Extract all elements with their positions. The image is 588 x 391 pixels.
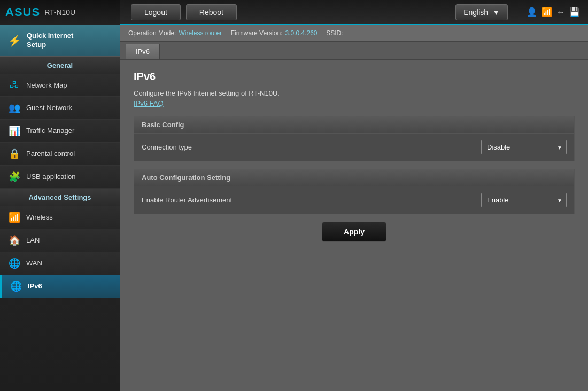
parental-control-icon: 🔒: [8, 148, 21, 160]
network-icon: ↔: [556, 7, 565, 17]
wifi-icon: 📶: [541, 7, 552, 17]
sidebar-label-parental-control: Parental control: [26, 150, 75, 158]
sidebar-label-guest-network: Guest Network: [26, 104, 72, 112]
connection-type-select-wrapper: Disable Auto Manual: [481, 140, 567, 154]
setup-icon: ⚡: [8, 34, 21, 47]
lan-icon: 🏠: [8, 234, 21, 246]
sidebar-item-wan[interactable]: 🌐 WAN: [0, 252, 120, 275]
sidebar-item-ipv6[interactable]: 🌐 IPv6: [0, 275, 120, 298]
logout-button[interactable]: Logout: [131, 4, 181, 20]
quick-internet-setup-item[interactable]: ⚡ Quick Internet Setup: [0, 25, 120, 57]
usb-icon: 💾: [569, 7, 580, 17]
top-bar: ASUS RT-N10U Logout Reboot English ▼ 👤 📶…: [0, 0, 588, 25]
sidebar-label-traffic-manager: Traffic Manager: [26, 127, 74, 135]
asus-logo: ASUS: [5, 5, 40, 19]
chevron-down-icon: ▼: [492, 8, 500, 17]
ipv6-icon: 🌐: [10, 280, 22, 292]
sidebar-label-ipv6: IPv6: [28, 282, 42, 290]
info-bar: Operation Mode: Wireless router Firmware…: [120, 25, 588, 42]
tab-ipv6[interactable]: IPv6: [126, 44, 160, 59]
connection-type-control: Disable Auto Manual: [481, 140, 567, 154]
sidebar-item-lan[interactable]: 🏠 LAN: [0, 229, 120, 252]
user-icon: 👤: [527, 7, 537, 17]
sidebar-label-wireless: Wireless: [26, 213, 53, 221]
router-advert-control: Enable Disable: [481, 193, 567, 207]
reboot-button[interactable]: Reboot: [186, 4, 237, 20]
sidebar-item-traffic-manager[interactable]: 📊 Traffic Manager: [0, 120, 120, 143]
sidebar-label-usb-application: USB application: [26, 173, 76, 181]
usb-app-icon: 🧩: [8, 171, 21, 183]
apply-button[interactable]: Apply: [322, 222, 386, 242]
connection-type-label: Connection type: [142, 143, 481, 151]
logo-area: ASUS RT-N10U: [0, 0, 120, 25]
operation-mode-label: Operation Mode:: [128, 29, 176, 37]
sidebar-item-guest-network[interactable]: 👥 Guest Network: [0, 97, 120, 120]
sidebar-item-usb-application[interactable]: 🧩 USB application: [0, 166, 120, 189]
main-layout: ⚡ Quick Internet Setup General 🖧 Network…: [0, 25, 588, 391]
sidebar-label-wan: WAN: [26, 259, 42, 267]
wireless-icon: 📶: [8, 212, 21, 223]
page-description: Configure the IPv6 Internet setting of R…: [134, 89, 575, 97]
auto-config-section: Auto Configuration Setting Enable Router…: [134, 169, 575, 214]
sidebar-label-lan: LAN: [26, 236, 40, 244]
ssid-label: SSID:: [326, 29, 343, 37]
connection-type-row: Connection type Disable Auto Manual: [134, 134, 574, 161]
page-title: IPv6: [134, 71, 575, 83]
router-advert-select-wrapper: Enable Disable: [481, 193, 567, 207]
model-name: RT-N10U: [44, 8, 75, 17]
sidebar: ⚡ Quick Internet Setup General 🖧 Network…: [0, 25, 120, 391]
router-advert-select[interactable]: Enable Disable: [481, 193, 567, 207]
ipv6-faq-link[interactable]: IPv6 FAQ: [134, 99, 575, 107]
router-advert-label: Enable Router Advertisement: [142, 196, 481, 204]
guest-network-icon: 👥: [8, 102, 21, 114]
connection-type-select[interactable]: Disable Auto Manual: [481, 140, 567, 154]
operation-mode-value[interactable]: Wireless router: [179, 29, 222, 37]
basic-config-section: Basic Config Connection type Disable Aut…: [134, 116, 575, 161]
general-section-header: General: [0, 57, 120, 74]
wan-icon: 🌐: [8, 257, 21, 269]
top-icons: 👤 📶 ↔ 💾: [519, 7, 588, 17]
firmware-value[interactable]: 3.0.0.4.260: [285, 29, 317, 37]
auto-config-header: Auto Configuration Setting: [134, 169, 574, 186]
sidebar-item-wireless[interactable]: 📶 Wireless: [0, 206, 120, 229]
firmware-label: Firmware Version:: [231, 29, 283, 37]
sidebar-label-network-map: Network Map: [26, 81, 67, 89]
tab-bar: IPv6: [120, 42, 588, 60]
sidebar-item-parental-control[interactable]: 🔒 Parental control: [0, 143, 120, 166]
basic-config-header: Basic Config: [134, 116, 574, 134]
router-advert-row: Enable Router Advertisement Enable Disab…: [134, 186, 574, 214]
language-label: English: [463, 8, 488, 17]
content-area: Operation Mode: Wireless router Firmware…: [120, 25, 588, 391]
language-selector[interactable]: English ▼: [455, 4, 508, 20]
page-content: IPv6 Configure the IPv6 Internet setting…: [120, 60, 588, 391]
network-map-icon: 🖧: [8, 80, 21, 91]
traffic-manager-icon: 📊: [8, 125, 21, 137]
advanced-section-header: Advanced Settings: [0, 189, 120, 206]
sidebar-item-network-map[interactable]: 🖧 Network Map: [0, 74, 120, 97]
quick-setup-label: Quick Internet Setup: [27, 32, 73, 50]
nav-buttons: Logout Reboot English ▼: [120, 4, 519, 20]
